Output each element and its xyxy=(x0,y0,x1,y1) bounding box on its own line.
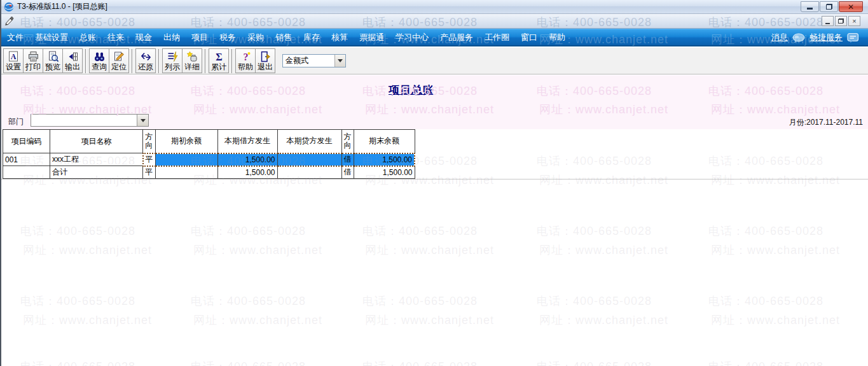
display-format-dropdown-button[interactable] xyxy=(334,55,345,67)
minimize-button[interactable] xyxy=(801,1,819,12)
table-cell[interactable] xyxy=(155,153,217,166)
table-cell[interactable]: 001 xyxy=(3,153,50,166)
mdi-minimize-icon xyxy=(825,23,830,24)
menu-item[interactable]: 票据通 xyxy=(354,29,390,46)
font-settings-icon: A xyxy=(8,51,19,63)
toolbar-separator xyxy=(132,49,133,73)
toolbar-separator xyxy=(205,49,206,73)
table-cell[interactable]: 借 xyxy=(341,153,354,166)
table-cell[interactable] xyxy=(277,153,341,166)
watermark-text: 网址：www.chanjet.net xyxy=(539,172,668,188)
display-format-value: 金额式 xyxy=(283,55,334,66)
table-cell[interactable] xyxy=(277,166,341,179)
watermark-text: 电话：400-665-0028 xyxy=(191,293,306,309)
export-button[interactable]: 输出 xyxy=(62,48,83,73)
toolbar-button-label: 定位 xyxy=(111,63,127,71)
mdi-close-button[interactable]: × xyxy=(848,16,860,26)
close-button[interactable]: ✕ xyxy=(839,1,863,12)
table-cell[interactable]: 1,500.00 xyxy=(354,166,415,179)
menu-item[interactable]: 核算 xyxy=(326,29,354,46)
menu-item[interactable]: 销售 xyxy=(270,29,298,46)
menu-bar-items: 文件基础设置总账往来现金出纳项目税务采购销售库存核算票据通学习中心产品服务工作圈… xyxy=(1,29,571,46)
watermark-text: 网址：www.chanjet.net xyxy=(539,313,668,328)
list-button[interactable]: 列示 xyxy=(162,48,183,73)
watermark-text: 电话：400-665-0028 xyxy=(708,223,823,239)
department-label: 部门 xyxy=(8,116,24,127)
mdi-minimize-button[interactable] xyxy=(822,16,834,26)
menu-bar-right: 消息 畅捷服务 xyxy=(769,29,862,46)
menu-item[interactable]: 学习中心 xyxy=(390,29,434,46)
watermark-text: 电话：400-665-0028 xyxy=(537,359,652,366)
menu-item[interactable]: 往来 xyxy=(102,29,130,46)
table-cell[interactable]: 1,500.00 xyxy=(217,153,277,166)
toolbar-button-label: 查询 xyxy=(92,63,107,71)
report-title: 项目总账 xyxy=(1,83,822,97)
watermark-text: 电话：400-665-0028 xyxy=(708,293,823,309)
menu-item[interactable]: 现金 xyxy=(130,29,158,46)
column-header: 期初余额 xyxy=(155,130,217,153)
message-cloud-icon[interactable] xyxy=(792,33,805,43)
accumulate-button[interactable]: Σ累计 xyxy=(209,48,229,73)
table-cell[interactable]: 1,500.00 xyxy=(354,153,415,166)
messages-link[interactable]: 消息 xyxy=(771,32,788,43)
help-button[interactable]: ?帮助 xyxy=(235,48,256,73)
table-row[interactable]: 001xxx工程平1,500.00借1,500.00 xyxy=(3,153,415,166)
menu-item[interactable]: 税务 xyxy=(214,29,242,46)
table-cell[interactable]: 合计 xyxy=(50,166,143,179)
table-cell[interactable]: xxx工程 xyxy=(50,153,143,166)
table-cell[interactable]: 1,500.00 xyxy=(217,166,277,179)
watermark-text: 电话：400-665-0028 xyxy=(191,223,306,239)
table-cell[interactable]: 平 xyxy=(143,166,156,179)
restore-arrows-icon xyxy=(140,51,152,63)
detail-button[interactable]: 详细 xyxy=(182,48,202,73)
department-select[interactable] xyxy=(31,114,149,127)
table-cell[interactable] xyxy=(3,166,50,179)
watermark-text: 网址：www.chanjet.net xyxy=(193,313,322,328)
exit-door-icon xyxy=(259,51,272,63)
menu-item[interactable]: 基础设置 xyxy=(29,29,74,46)
locate-button[interactable]: 定位 xyxy=(109,48,129,73)
period-label: 月份:2017.11-2017.11 xyxy=(789,117,863,128)
menu-item[interactable]: 库存 xyxy=(298,29,326,46)
report-header-band: 项目总账 部门 月份:2017.11-2017.11 xyxy=(1,75,868,129)
svg-text:Σ: Σ xyxy=(216,52,222,62)
settings-button[interactable]: A设置 xyxy=(3,48,24,73)
menu-item[interactable]: 工作圈 xyxy=(479,29,515,46)
watermark-text: 网址：www.chanjet.net xyxy=(23,313,152,328)
close-icon: ✕ xyxy=(848,3,854,11)
table-cell[interactable] xyxy=(155,166,217,179)
menu-item[interactable]: 出纳 xyxy=(158,29,186,46)
restore-window-button[interactable] xyxy=(820,1,838,12)
column-header: 项目名称 xyxy=(50,130,143,153)
mdi-restore-button[interactable] xyxy=(835,16,847,26)
table-cell[interactable]: 借 xyxy=(341,166,354,179)
toolbar-button-label: 详细 xyxy=(184,63,200,71)
department-dropdown-button[interactable] xyxy=(137,115,148,126)
display-format-select[interactable]: 金额式 xyxy=(282,54,346,67)
table-cell[interactable]: 平 xyxy=(143,153,156,166)
window-title: T3-标准版11.0 - [项目总账] xyxy=(17,1,107,12)
column-header: 方向 xyxy=(341,130,354,153)
watermark-text: 电话：400-665-0028 xyxy=(191,359,306,366)
menu-item[interactable]: 总账 xyxy=(74,29,102,46)
service-chat-icon[interactable] xyxy=(847,32,859,43)
binoculars-icon xyxy=(93,51,106,63)
column-header: 项目编码 xyxy=(3,130,50,153)
menu-item[interactable]: 采购 xyxy=(242,29,270,46)
menu-item[interactable]: 文件 xyxy=(1,29,29,46)
menu-item[interactable]: 产品服务 xyxy=(434,29,479,46)
restore-button[interactable]: 还原 xyxy=(135,48,156,73)
query-button[interactable]: 查询 xyxy=(89,48,109,73)
exit-button[interactable]: 退出 xyxy=(255,48,275,73)
table-row[interactable]: 合计平1,500.00借1,500.00 xyxy=(3,166,415,179)
watermark-text: 电话：400-665-0028 xyxy=(708,359,823,366)
menu-item[interactable]: 帮助 xyxy=(543,29,571,46)
chanjet-service-link[interactable]: 畅捷服务 xyxy=(809,32,843,43)
print-button[interactable]: 打印 xyxy=(23,48,43,73)
menu-item[interactable]: 窗口 xyxy=(515,29,543,46)
toolbar-button-label: 还原 xyxy=(138,63,153,71)
preview-button[interactable]: 预览 xyxy=(43,48,63,73)
watermark-text: 网址：www.chanjet.net xyxy=(711,172,840,188)
project-ledger-table[interactable]: 项目编码项目名称方向期初余额本期借方发生本期贷方发生方向期末余额 001xxx工… xyxy=(3,129,415,179)
menu-item[interactable]: 项目 xyxy=(186,29,214,46)
